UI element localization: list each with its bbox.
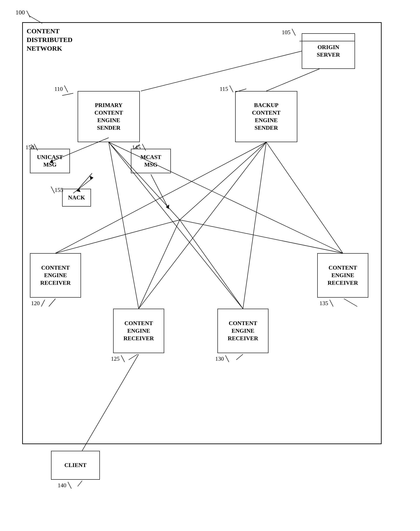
ref-145: 145 ╲ xyxy=(132,144,146,151)
client-box: CLIENT xyxy=(51,451,100,480)
ref-135: 135 ╲ xyxy=(319,300,333,307)
figure-arrow: ╲ xyxy=(27,11,30,17)
diagram-container: 100 ╲ CONTENTDISTRIBUTEDNETWORK ORIGINSE… xyxy=(13,9,402,526)
unicast-msg-box: UNICASTMSG xyxy=(30,149,70,173)
backup-sender-box: BACKUPCONTENTENGINESENDER xyxy=(235,91,297,142)
receiver-135-box: CONTENTENGINERECEIVER xyxy=(317,253,368,298)
ref-140: 140 ╲ xyxy=(58,482,72,489)
receiver-130-box: CONTENTENGINERECEIVER xyxy=(217,309,269,353)
ref-120: 120 ╱ xyxy=(31,300,45,307)
ref-115: 115 ╲ xyxy=(220,85,233,92)
primary-sender-box: PRIMARYCONTENTENGINESENDER xyxy=(78,91,140,142)
nack-box: NACK xyxy=(62,189,91,207)
ref-150: 150╲ xyxy=(26,144,38,151)
svg-line-32 xyxy=(78,481,82,486)
ref-125: 125 ╲ xyxy=(111,355,125,362)
mcast-msg-box: MCASTMSG xyxy=(131,149,171,173)
ref-130: 130 ╲ xyxy=(215,355,229,362)
origin-server-box: ORIGINSERVER xyxy=(302,33,355,69)
ref-155: ╲155 xyxy=(51,187,63,193)
cdn-label: CONTENTDISTRIBUTEDNETWORK xyxy=(27,27,73,53)
ref-110: 110 ╲ xyxy=(54,85,68,92)
main-network-box xyxy=(22,22,382,444)
receiver-125-box: CONTENTENGINERECEIVER xyxy=(113,309,164,353)
receiver-120-box: CONTENTENGINERECEIVER xyxy=(30,253,81,298)
ref-105: 105 ╲ xyxy=(282,29,296,36)
figure-number: 100 xyxy=(15,9,25,16)
